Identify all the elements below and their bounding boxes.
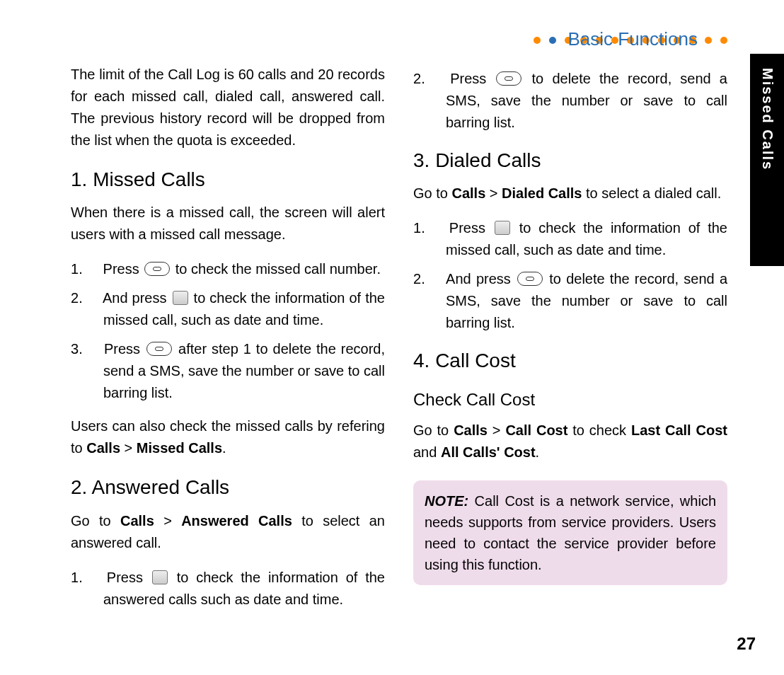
softkey-button-icon	[517, 272, 543, 286]
text: >	[154, 513, 181, 529]
dot-icon	[534, 37, 541, 44]
list-item: Press to check the missed call number.	[71, 258, 385, 280]
step-text: Press	[103, 261, 144, 277]
note-box: NOTE: Call Cost is a network service, wh…	[413, 480, 727, 585]
step-text: Press	[449, 220, 493, 236]
call-cost-lead: Go to Calls > Call Cost to check Last Ca…	[413, 420, 727, 463]
softkey-button-icon	[146, 342, 172, 356]
menu-path: Call Cost	[505, 422, 567, 438]
page-number: 27	[737, 634, 756, 654]
section-dialed-calls: 3. Dialed Calls	[413, 145, 727, 175]
menu-path: All Calls' Cost	[441, 444, 536, 460]
navigation-key-icon	[152, 570, 168, 584]
answered-calls-steps: Press to check the information of the an…	[71, 567, 385, 611]
list-item: Press to check the information of the an…	[71, 567, 385, 611]
list-item: Press to check the information of the mi…	[413, 217, 727, 261]
dot-icon	[720, 37, 727, 44]
step-text: Press	[450, 71, 495, 86]
text: and	[413, 444, 441, 460]
navigation-key-icon	[495, 221, 510, 235]
text: .	[536, 444, 540, 460]
section-missed-calls: 1. Missed Calls	[71, 164, 385, 195]
step-text: And press	[446, 271, 516, 287]
subsection-check-call-cost: Check Call Cost	[413, 386, 727, 412]
answered-calls-steps-cont: Press to delete the record, send a SMS, …	[413, 68, 727, 134]
list-item: Press to delete the record, send a SMS, …	[413, 68, 727, 134]
step-text: to check the missed call number.	[171, 261, 381, 277]
text: >	[485, 185, 502, 201]
list-item: Press after step 1 to delete the record,…	[71, 338, 385, 404]
step-text: after step 1 to delete the record, send …	[103, 341, 385, 400]
menu-path: Calls	[454, 422, 488, 438]
menu-path: Calls	[120, 513, 154, 529]
missed-calls-steps: Press to check the missed call number. A…	[71, 258, 385, 404]
section-answered-calls: 2. Answered Calls	[71, 472, 385, 502]
left-column: The limit of the Call Log is 60 calls an…	[71, 64, 385, 622]
right-column: Press to delete the record, send a SMS, …	[413, 64, 727, 622]
text: Go to	[413, 422, 454, 438]
step-text: Press	[107, 570, 151, 585]
missed-calls-lead: When there is a missed call, the screen …	[71, 202, 385, 246]
softkey-button-icon	[496, 71, 521, 86]
list-item: And press to delete the record, send a S…	[413, 268, 727, 334]
navigation-key-icon	[173, 291, 188, 305]
dot-icon	[705, 37, 712, 44]
menu-path: Calls	[451, 185, 485, 201]
dialed-calls-lead: Go to Calls > Dialed Calls to select a d…	[413, 183, 727, 204]
dot-icon	[549, 37, 556, 44]
missed-calls-tail: Users can also check the missed calls by…	[71, 415, 385, 459]
note-text: Call Cost is a network service, which ne…	[425, 493, 716, 572]
text: >	[120, 440, 137, 456]
menu-path: Calls	[86, 440, 120, 456]
section-call-cost: 4. Call Cost	[413, 345, 727, 376]
menu-path: Last Call Cost	[631, 422, 727, 438]
text: to check	[567, 422, 631, 438]
softkey-button-icon	[144, 262, 170, 276]
menu-path: Missed Calls	[137, 440, 222, 456]
text: .	[222, 440, 226, 456]
text: Go to	[71, 513, 120, 529]
dialed-calls-steps: Press to check the information of the mi…	[413, 217, 727, 334]
header: Basic Functions	[0, 28, 727, 57]
main-content: The limit of the Call Log is 60 calls an…	[71, 64, 727, 622]
text: to select a dialed call.	[582, 185, 721, 201]
text: Go to	[413, 185, 451, 201]
list-item: And press to check the information of th…	[71, 287, 385, 331]
side-tab-label: Missed Calls	[759, 54, 776, 171]
header-title: Basic Functions	[566, 28, 699, 50]
intro-text: The limit of the Call Log is 60 calls an…	[71, 64, 385, 151]
menu-path: Dialed Calls	[502, 185, 582, 201]
answered-calls-lead: Go to Calls > Answered Calls to select a…	[71, 510, 385, 554]
step-text: And press	[103, 290, 171, 306]
note-label: NOTE:	[425, 493, 468, 509]
text: >	[488, 422, 505, 438]
side-tab: Missed Calls	[750, 54, 784, 266]
step-text: Press	[104, 341, 145, 357]
menu-path: Answered Calls	[181, 513, 292, 529]
